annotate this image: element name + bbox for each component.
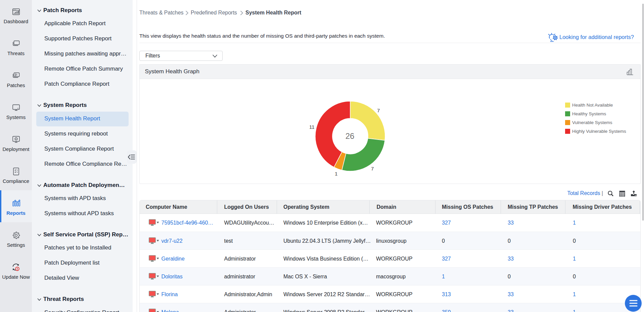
svg-text:26: 26 [345,131,354,141]
svg-text:7: 7 [371,166,374,171]
svg-text:7: 7 [377,108,380,113]
svg-text:11: 11 [309,124,315,130]
svg-text:1: 1 [335,171,337,177]
